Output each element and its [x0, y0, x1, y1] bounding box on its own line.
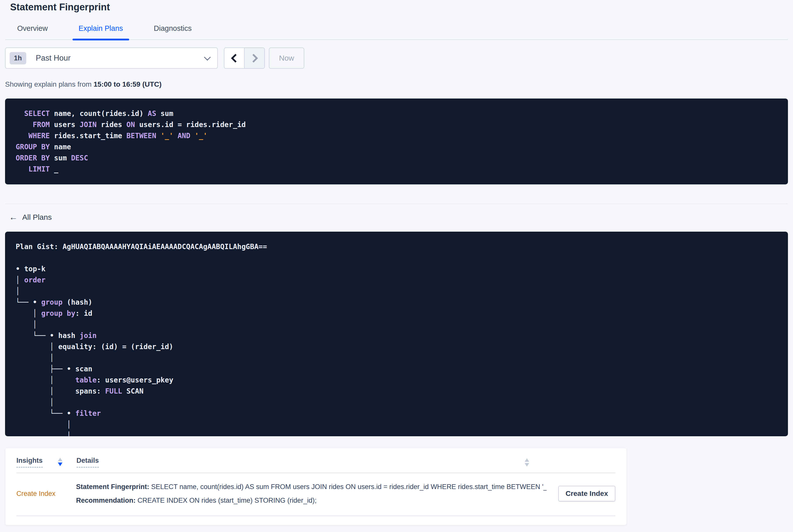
insights-table-card: Insights Details Create Index Statement … — [5, 448, 627, 525]
insight-type-label: Create Index — [16, 490, 76, 498]
table-row: Create Index Statement Fingerprint: SELE… — [16, 473, 615, 516]
code-line: └── • hash join — [16, 330, 777, 341]
code-line: │ — [16, 286, 777, 297]
sort-details-icon[interactable] — [525, 458, 529, 467]
time-pager — [224, 48, 265, 69]
plan-gist-box: Plan Gist: AgHUAQIABQAAAAHYAQIAiAEAAAADC… — [5, 232, 788, 436]
code-line: │ table: users@users_pkey — [16, 375, 777, 386]
code-line: WHERE rides.start_time BETWEEN '_' AND '… — [16, 130, 777, 141]
summary-prefix: Showing explain plans from — [5, 80, 94, 88]
chevron-left-icon — [231, 54, 240, 62]
chevron-right-icon — [249, 54, 258, 62]
page-title: Statement Fingerprint — [10, 0, 788, 13]
code-line: │ — [16, 353, 777, 363]
fingerprint-label: Statement Fingerprint: — [76, 483, 149, 491]
code-line: • top-k — [16, 264, 777, 274]
code-line: GROUP BY name — [16, 141, 777, 153]
code-line: │ equality: (id) = (rider_id) — [16, 341, 777, 353]
recommendation-text: CREATE INDEX ON rides (start_time) STORI… — [136, 497, 317, 504]
code-line: └── • group (hash) — [16, 297, 777, 308]
time-controls: 1h Past Hour Now — [5, 48, 788, 69]
sort-up-icon — [58, 458, 62, 461]
code-line: └── • filter — [16, 408, 777, 419]
showing-plans-summary: Showing explain plans from 15:00 to 16:5… — [5, 80, 788, 89]
recommendation-label: Recommendation: — [76, 497, 136, 504]
sort-up-icon — [525, 458, 529, 462]
fingerprint-text: SELECT name, count(rides.id) AS sum FROM… — [149, 483, 547, 491]
sort-insights-icon[interactable] — [58, 458, 62, 466]
statement-fingerprint-page: Statement Fingerprint Overview Explain P… — [0, 0, 793, 532]
code-line: │ — [16, 419, 777, 430]
arrow-left-icon: ← — [9, 212, 18, 222]
tab-diagnostics[interactable]: Diagnostics — [154, 24, 192, 39]
code-line: │ — [16, 430, 777, 436]
code-line: ORDER BY sum DESC — [16, 153, 777, 164]
insights-table-header: Insights Details — [16, 448, 615, 473]
column-header-insights[interactable]: Insights — [16, 457, 43, 468]
next-interval-button[interactable] — [245, 48, 264, 68]
code-line: FROM users JOIN rides ON users.id = ride… — [16, 119, 777, 130]
recommendation-line: Recommendation: CREATE INDEX ON rides (s… — [76, 496, 547, 505]
chevron-down-icon — [204, 54, 211, 61]
all-plans-back-link[interactable]: ← All Plans — [9, 212, 52, 222]
code-line: │ — [16, 397, 777, 408]
time-range-dropdown[interactable]: 1h Past Hour — [5, 48, 218, 69]
code-line: │ order — [16, 274, 777, 286]
create-index-button[interactable]: Create Index — [558, 486, 615, 501]
code-line: │ — [16, 319, 777, 330]
section-divider — [5, 204, 788, 204]
code-line: LIMIT _ — [16, 164, 777, 175]
all-plans-label: All Plans — [22, 213, 52, 222]
code-line: ├── • scan — [16, 363, 777, 375]
summary-time-range: 15:00 to 16:59 (UTC) — [94, 80, 162, 88]
code-line: │ spans: FULL SCAN — [16, 386, 777, 397]
time-range-label: Past Hour — [36, 54, 71, 63]
sort-down-icon — [58, 462, 62, 466]
sort-down-icon — [525, 463, 529, 467]
now-button[interactable]: Now — [269, 48, 304, 69]
code-line: Plan Gist: AgHUAQIABQAAAAHYAQIAiAEAAAADC… — [16, 241, 777, 252]
insight-details-cell: Statement Fingerprint: SELECT name, coun… — [76, 483, 558, 505]
time-range-badge: 1h — [10, 52, 26, 64]
code-line: │ group by: id — [16, 308, 777, 319]
card-footer-spacer — [16, 516, 615, 525]
code-line — [16, 252, 777, 264]
statement-fingerprint-line: Statement Fingerprint: SELECT name, coun… — [76, 483, 547, 491]
tab-bar: Overview Explain Plans Diagnostics — [5, 24, 788, 40]
code-line: SELECT name, count(rides.id) AS sum — [16, 108, 777, 119]
sql-statement-box: SELECT name, count(rides.id) AS sum FROM… — [5, 98, 788, 185]
column-header-details[interactable]: Details — [77, 457, 99, 468]
tab-overview[interactable]: Overview — [17, 24, 48, 39]
tab-explain-plans[interactable]: Explain Plans — [79, 24, 123, 39]
previous-interval-button[interactable] — [224, 48, 245, 68]
